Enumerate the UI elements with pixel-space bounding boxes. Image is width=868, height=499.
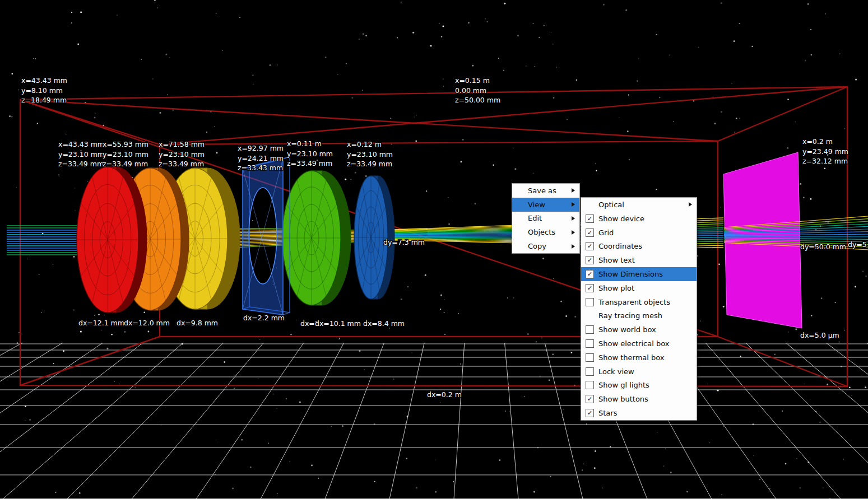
submenu-item-lock-view[interactable]: Lock view (581, 365, 697, 379)
checkbox-show-world-box[interactable] (586, 325, 594, 334)
submenu-item-show-text[interactable]: ✓ Show text (581, 253, 697, 267)
submenu-item-label: Lock view (598, 367, 692, 376)
menu-item-label: Objects (528, 228, 567, 236)
menu-item-edit[interactable]: Edit (512, 212, 579, 226)
submenu-item-label: Optical (598, 200, 684, 209)
view-submenu: Optical ✓ Show device ✓ Grid ✓ Coordinat… (581, 197, 697, 421)
submenu-item-label: Show world box (598, 325, 692, 334)
submenu-item-transparent-objects[interactable]: Transparent objects (581, 295, 697, 309)
submenu-item-show-buttons[interactable]: ✓ Show buttons (581, 392, 697, 406)
checkbox-grid[interactable]: ✓ (586, 228, 594, 237)
scene-canvas[interactable] (0, 0, 868, 499)
checkbox-show-plot[interactable]: ✓ (586, 284, 594, 292)
lens-red[interactable] (77, 167, 147, 313)
menu-item-label: Copy (528, 242, 567, 250)
submenu-item-show-dimensions[interactable]: ✓ Show Dimensions (581, 267, 697, 281)
checkbox-show-device[interactable]: ✓ (586, 214, 594, 223)
optical-elements[interactable] (77, 157, 394, 315)
checkbox-coordinates[interactable]: ✓ (586, 242, 594, 250)
checkbox-transparent-objects[interactable] (586, 298, 594, 306)
submenu-item-label: Stars (598, 409, 692, 417)
submenu-arrow-icon (572, 244, 575, 249)
submenu-item-show-electrical-box[interactable]: Show electrical box (581, 337, 697, 351)
submenu-item-label: Ray tracing mesh (598, 311, 692, 320)
submenu-item-show-plot[interactable]: ✓ Show plot (581, 281, 697, 295)
menu-item-save-as[interactable]: Save as (512, 184, 579, 198)
submenu-item-label: Show Dimensions (598, 270, 692, 278)
submenu-item-label: Grid (598, 228, 692, 237)
submenu-item-show-gl-lights[interactable]: Show gl lights (581, 379, 697, 393)
checkbox-show-thermal-box[interactable] (586, 353, 594, 362)
submenu-item-label: Show buttons (598, 395, 692, 403)
3d-viewport[interactable]: x=43.43 mmy=8.10 mmz=18.49 mmx=0.15 m0.0… (0, 0, 868, 499)
lens-green[interactable] (282, 171, 351, 305)
submenu-item-ray-tracing-mesh[interactable]: Ray tracing mesh (581, 309, 697, 323)
submenu-item-show-thermal-box[interactable]: Show thermal box (581, 351, 697, 365)
submenu-item-grid[interactable]: ✓ Grid (581, 226, 697, 240)
submenu-item-label: Show electrical box (598, 339, 692, 348)
checkbox-show-dimensions[interactable]: ✓ (586, 270, 594, 278)
submenu-item-label: Transparent objects (598, 298, 692, 306)
submenu-item-label: Show device (598, 214, 692, 223)
submenu-item-label: Show text (598, 256, 692, 264)
lens-mount-frame[interactable] (243, 157, 290, 315)
lens-darkblue[interactable] (354, 176, 394, 299)
submenu-arrow-icon (572, 188, 575, 193)
checkbox-lock-view[interactable] (586, 367, 594, 376)
menu-item-label: Save as (528, 186, 567, 195)
submenu-arrow-icon (572, 216, 575, 221)
submenu-arrow-icon (689, 202, 692, 207)
submenu-arrow-icon (572, 230, 575, 235)
submenu-arrow-icon (572, 202, 575, 207)
menu-item-copy[interactable]: Copy (512, 239, 579, 253)
checkbox-stars[interactable]: ✓ (586, 409, 594, 417)
menu-item-label: View (528, 200, 567, 209)
submenu-item-label: Show plot (598, 284, 692, 292)
submenu-item-optical[interactable]: Optical (581, 198, 697, 212)
submenu-item-show-world-box[interactable]: Show world box (581, 323, 697, 337)
checkbox-show-buttons[interactable]: ✓ (586, 395, 594, 403)
checkbox-show-text[interactable]: ✓ (586, 256, 594, 264)
submenu-item-label: Show gl lights (598, 381, 692, 389)
menu-item-view[interactable]: View (512, 198, 579, 212)
menu-item-objects[interactable]: Objects (512, 225, 579, 239)
submenu-item-show-device[interactable]: ✓ Show device (581, 212, 697, 226)
submenu-item-coordinates[interactable]: ✓ Coordinates (581, 239, 697, 253)
checkbox-show-electrical-box[interactable] (586, 339, 594, 348)
submenu-item-label: Show thermal box (598, 353, 692, 362)
menu-item-label: Edit (528, 214, 567, 222)
submenu-item-label: Coordinates (598, 242, 692, 250)
checkbox-show-gl-lights[interactable] (586, 381, 594, 389)
context-menu: Save as View Edit Objects Copy (512, 183, 580, 254)
submenu-item-stars[interactable]: ✓ Stars (581, 406, 697, 420)
